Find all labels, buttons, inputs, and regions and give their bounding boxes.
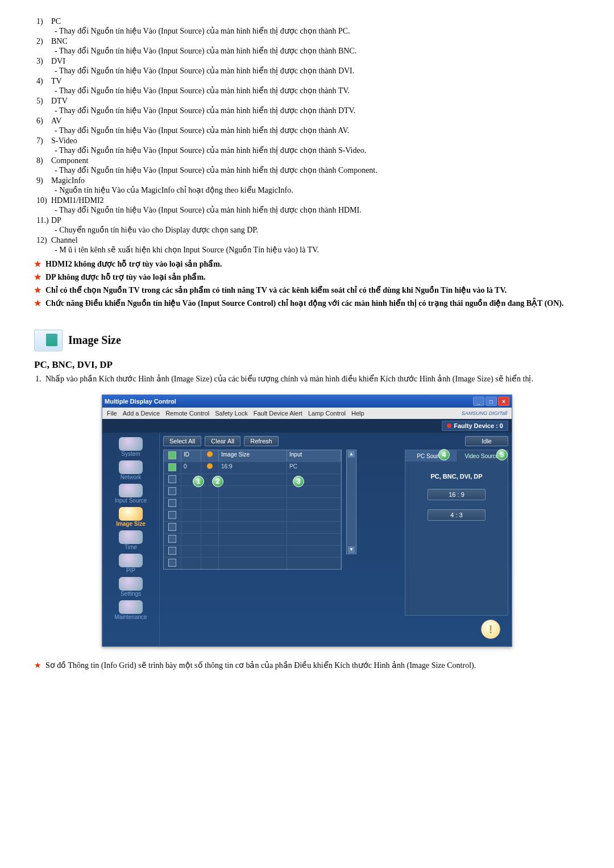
checkbox-icon xyxy=(168,451,176,459)
main-pane: Select All Clear All Refresh Idle ID Ima… xyxy=(159,433,512,646)
list-item: 2)BNC- Thay đổi Nguồn tín hiệu Vào (Inpu… xyxy=(34,37,580,56)
note-item: DP không được hỗ trợ tùy vào loại sản ph… xyxy=(34,272,580,283)
row-id: 0 xyxy=(181,462,201,474)
footnote-list: Sơ đồ Thông tin (Info Grid) sẽ trình bày… xyxy=(34,661,580,670)
panel-label: PC, BNC, DVI, DP xyxy=(430,473,482,480)
row-input: PC xyxy=(287,462,341,474)
window-title: Multiple Display Control xyxy=(105,398,176,405)
list-item: 4)TV- Thay đổi Nguồn tín hiệu Vào (Input… xyxy=(34,77,580,95)
close-button[interactable]: × xyxy=(498,397,509,406)
scrollbar[interactable]: ▲ ▼ xyxy=(346,450,356,554)
list-item: 3)DVI- Thay đổi Nguồn tín hiệu Vào (Inpu… xyxy=(34,57,580,76)
list-item: 6)AV- Thay đổi Nguồn tín hiệu Vào (Input… xyxy=(34,117,580,135)
nav-icon xyxy=(119,484,143,497)
list-item: 12)Channel- M ũ i tên kênh sẽ xuất hiện … xyxy=(34,236,580,255)
note-item: Chỉ có thể chọn Nguồn TV trong các sản p… xyxy=(34,285,580,296)
maximize-button[interactable]: □ xyxy=(486,397,497,406)
nav-icon xyxy=(119,507,143,521)
select-all-button[interactable]: Select All xyxy=(163,436,201,446)
nav-icon xyxy=(119,530,143,544)
warning-icon: ! xyxy=(481,620,500,639)
sidebar-item-maintenance[interactable]: Maintenance xyxy=(106,599,156,620)
menubar: FileAdd a DeviceRemote ControlSafety Loc… xyxy=(102,408,512,419)
nav-icon xyxy=(119,437,143,451)
menu-item[interactable]: Fault Device Alert xyxy=(254,410,302,417)
menu-item[interactable]: Remote Control xyxy=(165,410,209,417)
row-checkbox[interactable] xyxy=(168,511,176,519)
refresh-button[interactable]: Refresh xyxy=(244,436,279,446)
menu-item[interactable]: File xyxy=(107,410,117,417)
col-image-size: Image Size xyxy=(219,450,287,462)
list-item: 7)S-Video- Thay đổi Nguồn tín hiệu Vào (… xyxy=(34,136,580,155)
sidebar-item-time[interactable]: Time xyxy=(106,529,156,550)
row-checkbox[interactable] xyxy=(168,523,176,531)
row-checkbox[interactable] xyxy=(168,547,176,555)
sidebar-item-system[interactable]: System xyxy=(106,436,156,457)
section-header: Image Size xyxy=(34,330,580,351)
grid: ID Image Size Input 0 16:9 PC xyxy=(163,450,342,570)
col-id: ID xyxy=(181,450,201,462)
row-checkbox[interactable] xyxy=(168,463,176,471)
sidebar-item-pip[interactable]: PIP xyxy=(106,553,156,574)
list-item: 1)PC- Thay đổi Nguồn tín hiệu Vào (Input… xyxy=(34,17,580,36)
col-status xyxy=(201,450,219,462)
row-checkbox[interactable] xyxy=(168,475,176,483)
note-item: HDMI2 không được hỗ trợ tùy vào loại sản… xyxy=(34,259,580,270)
faulty-label: Faulty Device : 0 xyxy=(454,422,503,429)
nav-icon xyxy=(119,460,143,474)
sidebar-item-settings[interactable]: Settings xyxy=(106,576,156,597)
source-list: 1)PC- Thay đổi Nguồn tín hiệu Vào (Input… xyxy=(34,17,580,255)
list-item: 9)MagicInfo- Nguồn tín hiệu Vào của Magi… xyxy=(34,176,580,195)
section-title: Image Size xyxy=(68,334,121,347)
minimize-button[interactable]: _ xyxy=(473,397,484,406)
subsection-title: PC, BNC, DVI, DP xyxy=(34,359,580,371)
scroll-down-icon[interactable]: ▼ xyxy=(348,546,355,553)
led-icon xyxy=(207,451,213,457)
clear-all-button[interactable]: Clear All xyxy=(205,436,240,446)
sidebar-item-input-source[interactable]: Input Source xyxy=(106,483,156,504)
scroll-up-icon[interactable]: ▲ xyxy=(348,451,355,458)
col-check[interactable] xyxy=(164,450,181,462)
notes-list: HDMI2 không được hỗ trợ tùy vào loại sản… xyxy=(34,259,580,309)
row-checkbox[interactable] xyxy=(168,559,176,567)
sidebar-item-network[interactable]: Network xyxy=(106,459,156,480)
list-item: 10)HDMI1/HDMI2- Thay đổi Nguồn tín hiệu … xyxy=(34,196,580,215)
sidebar: SystemNetworkInput SourceImage SizeTimeP… xyxy=(102,433,159,646)
option-4-3[interactable]: 4 : 3 xyxy=(428,509,486,521)
faulty-bar: Faulty Device : 0 xyxy=(102,419,512,433)
row-checkbox[interactable] xyxy=(168,487,176,495)
option-16-9[interactable]: 16 : 9 xyxy=(428,489,486,500)
menu-item[interactable]: Lamp Control xyxy=(308,410,346,417)
col-input: Input xyxy=(287,450,341,462)
row-checkbox[interactable] xyxy=(168,499,176,507)
nav-icon xyxy=(119,600,143,614)
right-panel: PC Source Video Source PC, BNC, DVI, DP … xyxy=(405,450,508,616)
menu-item[interactable]: Help xyxy=(351,410,364,417)
step-list: Nhấp vào phần Kích thước Hình ảnh (Image… xyxy=(34,374,580,385)
image-size-icon xyxy=(34,330,63,351)
tab-label: Video Source xyxy=(465,453,499,459)
titlebar: Multiple Display Control _ □ × xyxy=(102,395,512,408)
footnote: Sơ đồ Thông tin (Info Grid) sẽ trình bày… xyxy=(34,661,580,670)
step-item: Nhấp vào phần Kích thước Hình ảnh (Image… xyxy=(43,374,580,385)
list-item: 11.)DP- Chuyển nguồn tín hiệu vào cho Di… xyxy=(34,216,580,235)
list-item: 5)DTV- Thay đổi Nguồn tín hiệu Vào (Inpu… xyxy=(34,97,580,115)
brand-logo: SAMSUNG DIGITall xyxy=(462,410,507,416)
idle-button[interactable]: Idle xyxy=(465,436,508,446)
table-row[interactable]: 0 16:9 PC xyxy=(164,462,341,474)
menu-item[interactable]: Add a Device xyxy=(123,410,160,417)
row-checkbox[interactable] xyxy=(168,535,176,543)
menu-item[interactable]: Safety Lock xyxy=(215,410,247,417)
row-led xyxy=(207,463,213,469)
app-window: Multiple Display Control _ □ × FileAdd a… xyxy=(102,394,512,647)
note-item: Chức năng Điều khiển Nguồn tín hiệu Vào … xyxy=(34,298,580,309)
faulty-device-box[interactable]: Faulty Device : 0 xyxy=(442,421,508,431)
nav-icon xyxy=(119,554,143,567)
sidebar-item-image-size[interactable]: Image Size xyxy=(106,506,156,527)
list-item: 8)Component- Thay đổi Nguồn tín hiệu Vào… xyxy=(34,156,580,175)
row-image-size: 16:9 xyxy=(219,462,287,474)
nav-icon xyxy=(119,577,143,591)
